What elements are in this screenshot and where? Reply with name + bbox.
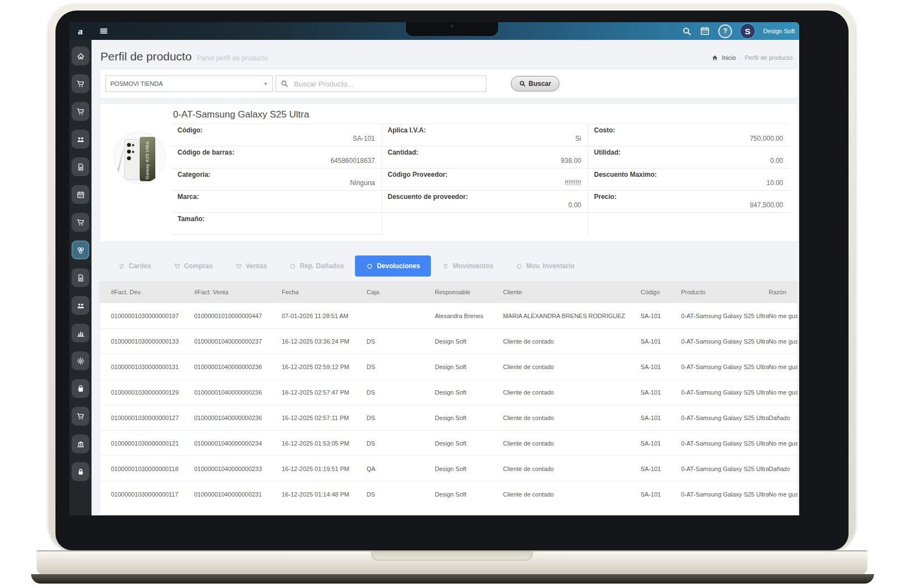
sidebar-item-lock[interactable]	[72, 462, 89, 481]
product-field: Costo:750,000.00	[588, 124, 790, 146]
sidebar-item-bank[interactable]	[72, 434, 89, 453]
tab-devoluciones[interactable]: Devoluciones	[355, 255, 431, 277]
tab-ventas[interactable]: Ventas	[224, 255, 278, 277]
calendar-icon[interactable]	[700, 26, 710, 36]
sidebar-item-gear[interactable]	[72, 351, 89, 370]
table-cell: Design Soft	[435, 482, 503, 507]
table-row[interactable]: 0100000103000000012101000001040000000234…	[100, 431, 798, 456]
sidebar-item-users[interactable]	[72, 296, 89, 315]
field-value: 0.00	[388, 201, 582, 211]
tab-label: Devoluciones	[377, 262, 420, 270]
table-cell: 01000001030000000117	[100, 482, 194, 507]
field-label: Código de barras:	[177, 149, 376, 156]
table-cell: 01000001030000000118	[100, 456, 194, 482]
sidebar-item-bag[interactable]	[72, 379, 89, 398]
table-cell: Cliente de contado	[503, 380, 641, 405]
search-icon	[519, 80, 526, 87]
column-header: #Fact. Dev.	[100, 282, 194, 303]
product-field: Categoría:Ninguna	[172, 168, 382, 191]
sidebar-item-users[interactable]	[72, 130, 89, 149]
table-cell: 0-AT-Samsung Galaxy S25 Ultra	[681, 380, 769, 405]
brand-name: Design Soft	[763, 28, 795, 34]
product-search-bar: POSMOVI TIENDA ▼ Buscar	[99, 69, 798, 99]
field-label: Aplica I.V.A:	[388, 126, 582, 134]
table-cell: No me gusta	[769, 482, 798, 507]
table-row[interactable]: 0100000103000000013301000001040000000237…	[100, 329, 798, 354]
table-cell: 01000001040000000236	[194, 380, 282, 405]
page-subtitle: Panel perfil de producto	[197, 54, 268, 62]
devoluciones-table-card: #Fact. Dev.#Fact. VentaFechaCajaResponsa…	[99, 281, 798, 515]
laptop-bezel: a ? S Design Soft	[55, 11, 849, 550]
field-label: Descuento Maximo:	[594, 171, 784, 178]
column-header: Código	[641, 282, 681, 303]
field-value: 0.00	[594, 156, 784, 167]
table-cell: 01000001040000000236	[194, 354, 282, 380]
laptop-base	[37, 550, 867, 576]
table-row[interactable]: 0100000103000000011801000001040000000233…	[100, 456, 798, 482]
table-cell: DS	[367, 354, 435, 380]
sidebar-item-cart[interactable]	[72, 407, 89, 426]
designsoft-logo-icon[interactable]: S	[740, 24, 755, 38]
field-value: 938.00	[388, 156, 582, 167]
sidebar-item-cart[interactable]	[72, 102, 89, 121]
table-row[interactable]: 0100000103000000012701000001040000000236…	[100, 405, 798, 431]
table-cell: SA-101	[641, 380, 681, 405]
field-value	[177, 223, 376, 233]
sidebar-item-home[interactable]	[72, 47, 89, 65]
devoluciones-table: #Fact. Dev.#Fact. VentaFechaCajaResponsa…	[100, 282, 798, 507]
product-field: Código Proveedor:!!!!!!!!!	[382, 168, 588, 191]
table-cell: DS	[367, 329, 435, 354]
breadcrumb-separator: -	[739, 54, 742, 61]
table-cell: 16-12-2025 01:19:51 PM	[282, 456, 367, 482]
field-label: Código Proveedor:	[388, 171, 582, 178]
phone-front-graphic: Galaxy S25 Ultra	[140, 137, 155, 181]
tab-cardex[interactable]: Cardex	[107, 255, 162, 277]
phone-back-graphic	[124, 139, 140, 180]
product-field-column: Costo:750,000.00Utilidad:0.00Descuento M…	[588, 124, 790, 235]
sidebar-item-boxes-active[interactable]	[72, 241, 89, 259]
sidebar-item-chart[interactable]	[72, 324, 89, 342]
sidebar-item-cart[interactable]	[72, 74, 89, 93]
product-name: 0-AT-Samsung Galaxy S25 Ultra	[173, 109, 790, 124]
tab-label: Cardex	[129, 262, 151, 270]
sidebar-item-cart[interactable]	[72, 213, 89, 232]
help-icon[interactable]: ?	[718, 24, 732, 38]
breadcrumb-home[interactable]: Inicio	[722, 54, 736, 61]
field-value: 750,000.00	[594, 134, 784, 145]
table-cell: SA-101	[641, 354, 681, 380]
table-cell: No me gusta	[769, 303, 798, 329]
table-cell: 07-01-2026 11:28:51 AM	[282, 303, 367, 329]
hamburger-menu-icon[interactable]	[99, 27, 108, 35]
tab-bar: CardexComprasVentasRep. DañadosDevolucio…	[107, 255, 798, 277]
tab-compras[interactable]: Compras	[162, 255, 224, 277]
search-input[interactable]	[293, 79, 486, 89]
tab-mov-inventario[interactable]: Mov. Inventario	[505, 255, 586, 277]
breadcrumb-current: Perfil de producto	[745, 54, 793, 61]
app-logo: a	[69, 22, 92, 40]
field-value: SA-101	[177, 134, 376, 145]
table-row[interactable]: 0100000103000000019701000001010000000447…	[100, 303, 798, 329]
table-cell: 01000001030000000127	[100, 405, 194, 431]
store-select[interactable]: POSMOVI TIENDA ▼	[105, 75, 273, 92]
field-label: Costo:	[594, 126, 784, 134]
table-row[interactable]: 0100000103000000013101000001040000000236…	[100, 354, 798, 380]
table-header-row: #Fact. Dev.#Fact. VentaFechaCajaResponsa…	[100, 282, 798, 303]
table-cell: Design Soft	[435, 380, 503, 405]
table-row[interactable]: 0100000103000000012901000001040000000236…	[100, 380, 798, 405]
table-cell: 0-AT-Samsung Galaxy S25 Ultra	[681, 303, 769, 329]
table-cell: Design Soft	[435, 431, 503, 456]
tab-movimientos[interactable]: Movimientos	[431, 255, 504, 277]
sidebar-item-file[interactable]	[72, 268, 89, 287]
main-content: Perfil de producto Panel perfil de produ…	[92, 40, 799, 515]
table-cell: SA-101	[641, 329, 681, 354]
sidebar-item-calendar[interactable]	[72, 185, 89, 204]
search-icon[interactable]	[682, 27, 692, 36]
breadcrumb: Inicio - Perfil de producto	[712, 54, 793, 63]
buscar-button[interactable]: Buscar	[511, 76, 560, 91]
table-cell: 16-12-2025 03:36:24 PM	[282, 329, 367, 354]
table-row[interactable]: 0100000103000000011701000001040000000231…	[100, 482, 798, 507]
search-input-group	[276, 75, 486, 92]
table-cell: 01000001040000000233	[194, 456, 282, 482]
sidebar-item-file[interactable]	[72, 157, 89, 176]
tab-rep-da-ados[interactable]: Rep. Dañados	[278, 255, 355, 277]
